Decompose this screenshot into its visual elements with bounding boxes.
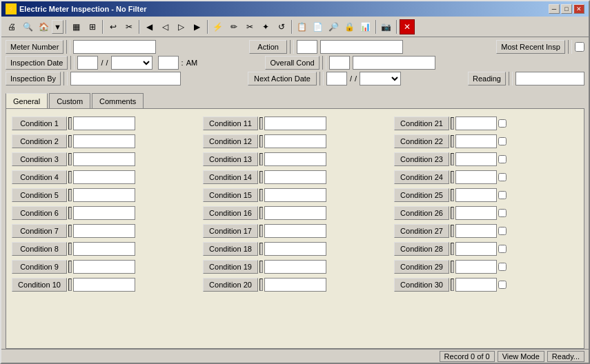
lock-button[interactable]: 🔒 <box>342 19 357 34</box>
condition-input[interactable] <box>73 224 135 238</box>
condition-input[interactable] <box>455 224 497 238</box>
condition-input[interactable] <box>73 117 135 130</box>
lightning-button[interactable]: ⚡ <box>210 19 226 34</box>
condition-input[interactable] <box>455 117 497 130</box>
condition-input[interactable] <box>264 134 326 148</box>
condition-row: Condition 13 <box>203 152 387 167</box>
zoom-button[interactable]: 🔎 <box>326 19 342 34</box>
condition-input[interactable] <box>455 206 497 220</box>
maximize-button[interactable]: □ <box>561 4 572 14</box>
condition-input[interactable] <box>264 206 326 220</box>
condition-input[interactable] <box>73 152 135 166</box>
condition-input[interactable] <box>264 170 326 184</box>
condition-row: Condition 19 <box>203 259 387 274</box>
cond-sep <box>451 189 454 201</box>
overall-cond-input[interactable] <box>353 56 435 70</box>
condition-input[interactable] <box>264 278 326 292</box>
condition-checkbox[interactable] <box>498 137 507 145</box>
condition-input[interactable] <box>264 152 326 166</box>
exit-button[interactable]: ✕ <box>400 19 415 34</box>
next-action-date-input[interactable] <box>326 72 347 85</box>
condition-label: Condition 29 <box>394 260 449 274</box>
condition-input[interactable] <box>73 206 135 220</box>
tab-comments[interactable]: Comments <box>92 93 144 108</box>
separator-6 <box>375 20 377 34</box>
condition-input[interactable] <box>455 278 497 292</box>
condition-label: Condition 21 <box>394 117 449 130</box>
condition-checkbox[interactable] <box>498 227 507 235</box>
condition-label: Condition 7 <box>12 224 67 238</box>
condition-checkbox[interactable] <box>498 155 507 163</box>
prev-button[interactable]: ◁ <box>158 19 173 34</box>
condition-input[interactable] <box>455 188 497 202</box>
inspection-by-input[interactable] <box>70 72 181 85</box>
inspection-by-label: Inspection By <box>6 72 61 85</box>
condition-label: Condition 19 <box>203 260 258 274</box>
condition-checkbox[interactable] <box>498 245 507 253</box>
condition-checkbox[interactable] <box>498 281 507 289</box>
date-year-select[interactable] <box>111 56 153 70</box>
condition-input[interactable] <box>73 170 135 184</box>
star-button[interactable]: ✦ <box>258 19 273 34</box>
next-action-year-select[interactable] <box>360 72 401 85</box>
condition-checkbox[interactable] <box>498 191 507 199</box>
date-input[interactable] <box>77 56 98 70</box>
condition-input[interactable] <box>264 117 326 130</box>
condition-input[interactable] <box>455 152 497 166</box>
chart-button[interactable]: 📊 <box>358 19 373 34</box>
copy-button[interactable]: 📋 <box>295 19 310 34</box>
scissors-button[interactable]: ✂ <box>242 19 257 34</box>
action-input[interactable] <box>320 40 403 54</box>
condition-row: Condition 23 <box>394 152 578 167</box>
condition-row: Condition 18 <box>203 241 387 256</box>
first-button[interactable]: ◀ <box>142 19 157 34</box>
condition-input[interactable] <box>264 224 326 238</box>
tab-general[interactable]: General <box>6 93 48 108</box>
rotate-button[interactable]: ↺ <box>274 19 289 34</box>
condition-input[interactable] <box>73 242 135 256</box>
condition-input[interactable] <box>264 242 326 256</box>
edit-button[interactable]: ✏ <box>226 19 242 34</box>
action-input-small[interactable] <box>297 40 317 54</box>
overall-cond-input-small[interactable] <box>329 56 350 70</box>
condition-row: Condition 29 <box>394 259 578 274</box>
print-button[interactable]: 🖨 <box>4 19 19 34</box>
condition-input[interactable] <box>264 188 326 202</box>
condition-checkbox[interactable] <box>498 263 507 271</box>
condition-input[interactable] <box>455 170 497 184</box>
cond-sep <box>451 261 454 273</box>
camera-button[interactable]: 📷 <box>379 19 394 34</box>
condition-row: Condition 27 <box>394 223 578 239</box>
condition-input[interactable] <box>264 260 326 274</box>
next-button[interactable]: ▷ <box>174 19 189 34</box>
condition-row: Condition 11 <box>203 116 387 131</box>
condition-checkbox[interactable] <box>498 173 507 181</box>
condition-label: Condition 3 <box>12 152 67 166</box>
condition-input[interactable] <box>455 242 497 256</box>
time-input[interactable] <box>158 56 179 70</box>
layout-button[interactable]: ⊞ <box>85 19 100 34</box>
condition-checkbox[interactable] <box>498 119 507 128</box>
condition-input[interactable] <box>73 278 135 292</box>
last-button[interactable]: ▶ <box>190 19 205 34</box>
filter-dropdown[interactable]: ▼ <box>52 20 63 34</box>
condition-row: Condition 16 <box>203 205 387 221</box>
condition-input[interactable] <box>73 260 135 274</box>
meter-number-input[interactable] <box>73 40 156 54</box>
condition-input[interactable] <box>73 134 135 148</box>
home-button[interactable]: 🏠 <box>36 19 51 34</box>
minimize-button[interactable]: ─ <box>549 4 560 14</box>
close-button[interactable]: ✕ <box>573 4 584 14</box>
tab-custom[interactable]: Custom <box>49 93 90 108</box>
paste-button[interactable]: 📄 <box>311 19 326 34</box>
cut-button[interactable]: ✂ <box>121 19 137 34</box>
condition-input[interactable] <box>73 188 135 202</box>
condition-input[interactable] <box>455 134 497 148</box>
undo-button[interactable]: ↩ <box>106 19 121 34</box>
find-button[interactable]: 🔍 <box>20 19 35 34</box>
most-recent-insp-checkbox[interactable] <box>575 42 584 52</box>
reading-input[interactable] <box>515 72 584 85</box>
condition-checkbox[interactable] <box>498 209 507 217</box>
condition-input[interactable] <box>455 260 497 274</box>
grid-button[interactable]: ▦ <box>69 19 84 34</box>
